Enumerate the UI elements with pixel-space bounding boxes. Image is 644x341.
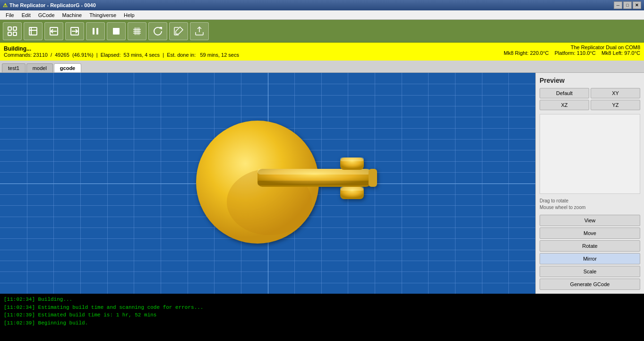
status-right: The Replicator Dual on COM8 Mk8 Right: 2…: [504, 44, 640, 56]
temp-info: Mk8 Right: 220.0°C Platform: 110.0°C Mk8…: [504, 50, 640, 56]
toolbar-btn-1[interactable]: [24, 22, 43, 40]
elapsed-label: Elapsed:: [101, 52, 121, 58]
toolbar-btn-grid[interactable]: [128, 22, 146, 40]
svg-rect-26: [340, 157, 364, 161]
machine-label: The Replicator Dual on COM8: [504, 44, 640, 50]
console-line-1: [11:02:34] Estimating build time and sca…: [4, 304, 640, 312]
hint-rotate: Drag to rotate: [540, 198, 640, 204]
est-time: 59 mins, 12 secs: [200, 52, 239, 58]
hint-text: Drag to rotate Mouse wheel to zoom: [540, 198, 640, 211]
status-title: Building...: [4, 45, 31, 52]
title-warning-icon: ⚠: [3, 2, 8, 9]
toolbar-btn-0[interactable]: [3, 22, 22, 40]
view-yz-button[interactable]: YZ: [591, 100, 640, 110]
console-line-0: [11:02:34] Building...: [4, 296, 640, 304]
commands-label: Commands:: [4, 52, 32, 58]
svg-rect-13: [113, 28, 120, 35]
view-default-button[interactable]: Default: [540, 88, 589, 98]
toolbar-btn-refresh[interactable]: [148, 22, 167, 40]
3d-model: [184, 112, 383, 255]
menu-gcode[interactable]: GCode: [34, 11, 59, 19]
menu-help[interactable]: Help: [120, 11, 138, 19]
mirror-button[interactable]: Mirror: [540, 253, 640, 264]
toolbar-btn-3[interactable]: [65, 22, 84, 40]
est-label: Est. done in:: [167, 52, 196, 58]
right-panel: Preview Default XY XZ YZ Drag to rotate …: [535, 73, 644, 294]
svg-rect-0: [8, 27, 11, 30]
mk8-left-temp: Mk8 Left: 97.0°C: [601, 50, 640, 56]
scale-button[interactable]: Scale: [540, 266, 640, 277]
maximize-button[interactable]: □: [623, 1, 632, 9]
mk8-right-temp: Mk8 Right: 220.0°C: [504, 50, 549, 56]
view-xy-button[interactable]: XY: [591, 88, 640, 98]
action-buttons: View Move Rotate Mirror Scale Generate G…: [540, 215, 640, 290]
elapsed-time: 53 mins, 4 secs: [124, 52, 160, 58]
menu-thingiverse[interactable]: Thingiverse: [86, 11, 120, 19]
hint-zoom: Mouse wheel to zoom: [540, 204, 640, 211]
console-line-2: [11:02:39] Estimated build time is: 1 hr…: [4, 311, 640, 319]
tab-test1[interactable]: test1: [2, 63, 26, 72]
svg-rect-24: [258, 181, 371, 185]
close-button[interactable]: ✕: [633, 1, 641, 9]
commands-current: 23110: [33, 52, 48, 58]
svg-rect-4: [29, 27, 37, 35]
tabs: test1 model gcode: [0, 61, 644, 73]
preview-title: Preview: [540, 77, 640, 84]
svg-rect-28: [340, 187, 364, 191]
svg-rect-12: [96, 28, 98, 35]
view-xz-button[interactable]: XZ: [540, 100, 589, 110]
svg-rect-1: [13, 27, 17, 30]
preview-view-buttons: Default XY XZ YZ: [540, 88, 640, 110]
toolbar-btn-pause[interactable]: [86, 22, 105, 40]
toolbar-btn-2[interactable]: [44, 22, 63, 40]
tab-gcode[interactable]: gcode: [54, 63, 81, 72]
svg-rect-2: [8, 32, 11, 35]
title-bar: ⚠ The Replicator - ReplicatorG - 0040 ─ …: [0, 0, 644, 10]
menu-file[interactable]: File: [2, 11, 18, 19]
platform-temp: Platform: 110.0°C: [555, 50, 596, 56]
commands-total: 49265: [55, 52, 69, 58]
viewport[interactable]: [0, 73, 535, 294]
console[interactable]: [11:02:34] Building... [11:02:34] Estima…: [0, 294, 644, 341]
status-bar: Building... Commands: 23110 / 49265 (46.…: [0, 43, 644, 61]
move-button[interactable]: Move: [540, 227, 640, 239]
rotate-button[interactable]: Rotate: [540, 240, 640, 252]
minimize-button[interactable]: ─: [614, 1, 622, 9]
toolbar: [0, 20, 644, 43]
tab-model[interactable]: model: [26, 63, 53, 72]
preview-thumbnail: [540, 114, 640, 194]
svg-rect-3: [13, 32, 17, 35]
svg-rect-29: [369, 169, 377, 187]
menu-edit[interactable]: Edit: [18, 11, 34, 19]
menu-bar: File Edit GCode Machine Thingiverse Help: [0, 10, 644, 20]
menu-machine[interactable]: Machine: [59, 11, 86, 19]
toolbar-btn-edit[interactable]: [169, 22, 188, 40]
console-line-3: [11:02:39] Beginning build.: [4, 319, 640, 327]
title-text: The Replicator - ReplicatorG - 0040: [9, 2, 614, 8]
generate-gcode-button[interactable]: Generate GCode: [540, 279, 640, 290]
view-button[interactable]: View: [540, 215, 640, 226]
window-controls: ─ □ ✕: [614, 1, 641, 9]
commands-pct: 46.91%: [74, 52, 92, 58]
main-content: Preview Default XY XZ YZ Drag to rotate …: [0, 73, 644, 294]
toolbar-btn-export[interactable]: [190, 22, 209, 40]
svg-rect-11: [93, 28, 94, 35]
toolbar-btn-stop[interactable]: [107, 22, 126, 40]
